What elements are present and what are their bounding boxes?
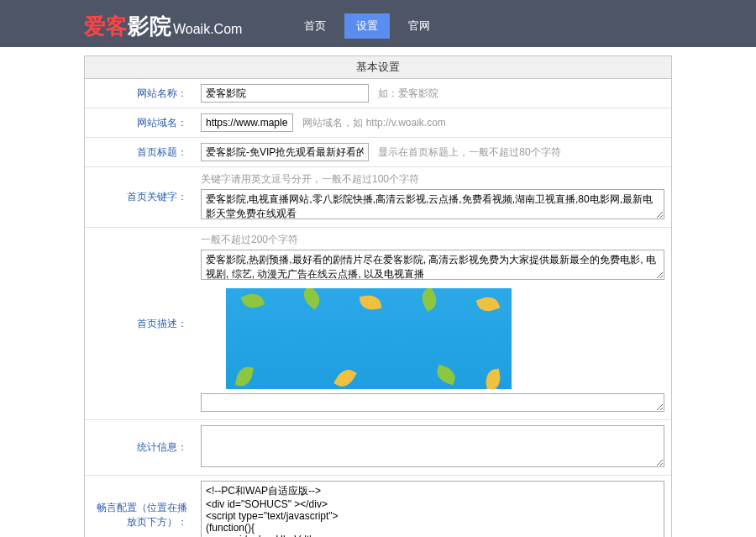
home-title-hint: 显示在首页标题上，一般不超过80个字符 — [378, 146, 560, 158]
site-domain-hint: 网站域名，如 http://v.woaik.com — [302, 117, 445, 129]
site-name-label: 网站名称： — [85, 79, 194, 108]
nav-settings[interactable]: 设置 — [344, 13, 390, 39]
changyan-label: 畅言配置（位置在播放页下方）： — [85, 476, 194, 538]
site-domain-label: 网站域名： — [85, 108, 194, 138]
main-header: 爱客 影院 Woaik.Com 首页 设置 官网 — [0, 5, 756, 47]
banner-image — [226, 288, 512, 389]
changyan-input[interactable] — [201, 481, 664, 537]
home-keywords-hint: 关键字请用英文逗号分开，一般不超过100个字符 — [201, 172, 664, 187]
logo-text-cn2: 影院 — [128, 12, 171, 41]
home-desc-input[interactable] — [201, 250, 664, 280]
site-name-input[interactable] — [201, 84, 369, 103]
home-title-label: 首页标题： — [85, 138, 194, 167]
panel-title: 基本设置 — [85, 56, 671, 79]
site-name-hint: 如：爱客影院 — [378, 87, 438, 99]
home-keywords-label: 首页关键字： — [85, 167, 194, 228]
stats-input[interactable] — [201, 425, 664, 467]
home-keywords-input[interactable] — [201, 189, 664, 219]
home-desc-hint: 一般不超过200个字符 — [201, 233, 664, 247]
stats-label: 统计信息： — [85, 420, 194, 476]
nav-official[interactable]: 官网 — [396, 13, 442, 39]
settings-panel: 基本设置 网站名称： 如：爱客影院 网站域名： 网站域名，如 http://v.… — [84, 55, 672, 537]
main-nav: 首页 设置 官网 — [292, 13, 442, 39]
site-logo: 爱客 影院 Woaik.Com — [84, 12, 242, 41]
logo-text-cn1: 爱客 — [84, 12, 128, 41]
nav-home[interactable]: 首页 — [292, 13, 338, 39]
home-title-input[interactable] — [201, 143, 369, 161]
logo-text-en: Woaik.Com — [173, 22, 242, 37]
site-domain-input[interactable] — [201, 113, 293, 132]
home-desc-extra-input[interactable] — [201, 393, 664, 412]
home-desc-label: 首页描述： — [85, 228, 194, 420]
